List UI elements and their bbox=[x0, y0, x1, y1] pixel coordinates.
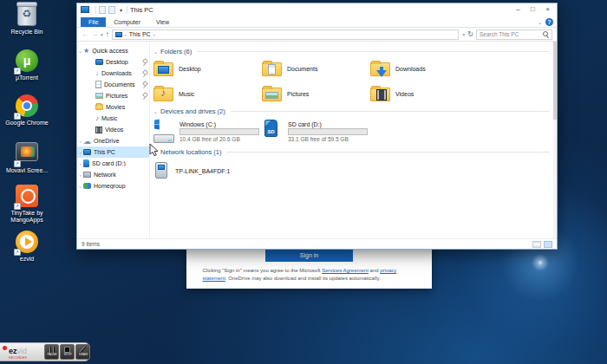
drive-name: Windows (C:) bbox=[179, 121, 259, 127]
pictures-folder-icon bbox=[262, 88, 282, 101]
sidebar-item-videos[interactable]: Videos bbox=[77, 124, 149, 135]
chevron-icon[interactable]: › bbox=[77, 150, 83, 155]
desktop-icon-utorrent[interactable]: µ↗ µTorrent bbox=[2, 49, 52, 81]
tab-view[interactable]: View bbox=[148, 17, 177, 27]
folder-icon bbox=[95, 104, 103, 110]
desktop-icon-tinytake[interactable]: ↗ TinyTake by MangoApps bbox=[2, 185, 52, 224]
recycle-bin-icon: ♻ bbox=[17, 3, 36, 26]
tile-label: Videos bbox=[395, 91, 414, 97]
tab-computer[interactable]: Computer bbox=[106, 17, 148, 27]
tab-file[interactable]: File bbox=[81, 17, 106, 27]
group-label: Folders (6) bbox=[160, 48, 192, 55]
help-icon[interactable]: ? bbox=[545, 18, 553, 26]
large-icons-view-icon[interactable] bbox=[544, 241, 552, 248]
sidebar-item-quick-access[interactable]: ⌄ ★ Quick access bbox=[77, 45, 149, 56]
drive-name: SD card (D:) bbox=[288, 121, 368, 127]
group-header-folders[interactable]: ⌄ Folders (6) bbox=[153, 48, 550, 55]
desktop-folder-icon bbox=[153, 62, 173, 76]
download-icon: ↓ bbox=[95, 70, 99, 77]
group-header-network[interactable]: ⌄ Network locations (1) bbox=[153, 148, 550, 156]
chevron-icon[interactable]: › bbox=[77, 161, 83, 166]
sidebar-item-music[interactable]: ♪ Music bbox=[77, 113, 149, 124]
customize-toolbar-chevron-icon[interactable]: ▾ bbox=[120, 7, 122, 13]
chevron-icon[interactable]: ⌄ bbox=[77, 48, 83, 54]
chevron-icon[interactable]: ⌄ bbox=[153, 49, 158, 55]
divider bbox=[95, 6, 96, 14]
documents-folder-icon bbox=[262, 62, 282, 76]
chevron-icon[interactable]: › bbox=[77, 139, 83, 144]
document-icon bbox=[95, 81, 101, 88]
breadcrumb[interactable]: This PC bbox=[129, 31, 151, 37]
refresh-icon[interactable]: ↻ bbox=[467, 31, 473, 38]
address-bar[interactable]: › This PC › bbox=[112, 29, 459, 40]
folder-tile-videos[interactable]: Videos bbox=[370, 83, 479, 105]
search-placeholder: Search This PC bbox=[480, 31, 543, 37]
chevron-icon[interactable]: ⌄ bbox=[153, 108, 158, 114]
details-view-icon[interactable] bbox=[532, 241, 541, 248]
folder-tile-desktop[interactable]: Desktop bbox=[153, 58, 262, 80]
expand-ribbon-chevron-icon[interactable]: ⌄ bbox=[538, 19, 542, 25]
new-folder-icon[interactable] bbox=[108, 6, 115, 14]
sidebar-item-desktop[interactable]: Desktop bbox=[77, 56, 149, 68]
forward-button[interactable]: → bbox=[91, 30, 98, 38]
sd-card-icon bbox=[83, 159, 89, 167]
chevron-icon[interactable]: › bbox=[77, 172, 83, 178]
minimize-button[interactable]: – bbox=[511, 4, 525, 15]
stop-button[interactable]: STOP bbox=[60, 344, 75, 360]
maximize-button[interactable]: □ bbox=[525, 4, 540, 15]
search-input[interactable]: Search This PC bbox=[476, 29, 552, 40]
address-dropdown-chevron-icon[interactable]: ▾ bbox=[463, 32, 466, 37]
sidebar-item-onedrive[interactable]: › ☁ OneDrive bbox=[77, 135, 149, 146]
desktop-icon-movavi[interactable]: ↗ Movavi Scree... bbox=[2, 140, 52, 174]
music-folder-icon: ♪ bbox=[153, 88, 173, 101]
ezvid-recorder-widget[interactable]: ezvid RECORDER PAUSE STOP DRAW bbox=[0, 342, 89, 361]
sidebar-item-sd-card[interactable]: › SD card (D:) bbox=[77, 158, 149, 169]
sidebar-item-documents[interactable]: Documents bbox=[77, 79, 149, 90]
items-count: 9 items bbox=[82, 241, 100, 247]
sidebar-item-this-pc[interactable]: › This PC bbox=[77, 146, 149, 158]
properties-icon[interactable] bbox=[99, 6, 106, 14]
folder-tile-music[interactable]: ♪ Music bbox=[153, 83, 262, 105]
close-button[interactable]: × bbox=[540, 4, 555, 15]
folder-tile-downloads[interactable]: Downloads bbox=[370, 58, 479, 80]
sidebar-item-network[interactable]: › Network bbox=[77, 169, 149, 180]
sidebar-item-pictures[interactable]: Pictures bbox=[77, 90, 149, 101]
back-button[interactable]: ← bbox=[82, 30, 88, 38]
sidebar-item-label: Downloads bbox=[101, 70, 141, 76]
sidebar-item-label: Music bbox=[101, 115, 147, 121]
desktop-icon-recycle-bin[interactable]: ♻ Recycle Bin bbox=[2, 3, 52, 36]
sd-card-icon: SD bbox=[262, 118, 284, 146]
sidebar-item-label: OneDrive bbox=[94, 138, 147, 144]
onedrive-agreement-text: Clicking "Sign in" means you agree to th… bbox=[203, 267, 416, 283]
draw-button[interactable]: DRAW bbox=[75, 344, 90, 360]
sidebar-item-movies[interactable]: Movies bbox=[77, 101, 149, 113]
sidebar-item-downloads[interactable]: ↓ Downloads bbox=[77, 68, 149, 79]
desktop-icon-label: Movavi Scree... bbox=[2, 167, 52, 174]
status-bar: 9 items bbox=[77, 238, 557, 249]
this-pc-icon bbox=[81, 6, 89, 13]
services-agreement-link[interactable]: Services Agreement bbox=[322, 268, 369, 273]
folder-tile-documents[interactable]: Documents bbox=[262, 58, 370, 80]
desktop-icon-ezvid[interactable]: ↗ ezvid bbox=[2, 231, 52, 263]
breadcrumb-separator: › bbox=[153, 32, 155, 37]
pause-button[interactable]: PAUSE bbox=[44, 344, 59, 360]
recent-locations-chevron-icon[interactable]: ▾ bbox=[101, 32, 103, 37]
chevron-icon[interactable]: › bbox=[77, 184, 83, 189]
desktop-icon-google-chrome[interactable]: ↗ Google Chrome bbox=[2, 94, 52, 127]
drive-tile-sd-card-d[interactable]: SD SD card (D:) 33.1 GB free of 59.5 GB bbox=[262, 118, 401, 146]
sidebar-item-homegroup[interactable]: › Homegroup bbox=[77, 180, 149, 192]
drive-tile-windows-c[interactable]: Windows (C:) 10.4 GB free of 20.6 GB bbox=[153, 118, 262, 146]
folder-tile-pictures[interactable]: Pictures bbox=[262, 83, 370, 105]
sign-in-button[interactable]: Sign in bbox=[265, 250, 353, 262]
shortcut-arrow-icon: ↗ bbox=[14, 68, 21, 75]
button-label: PAUSE bbox=[47, 353, 56, 355]
network-location-tile[interactable]: TP-LINK_BA4FDF:1 bbox=[153, 159, 550, 183]
title-bar[interactable]: ▾ This PC – □ × bbox=[77, 3, 557, 16]
group-header-devices[interactable]: ⌄ Devices and drives (2) bbox=[153, 107, 550, 115]
file-explorer-window: ▾ This PC – □ × File Computer View ⌄ ? ←… bbox=[76, 3, 558, 250]
search-icon bbox=[543, 31, 549, 37]
vertical-scrollbar[interactable] bbox=[553, 42, 557, 238]
file-list-pane: ⌄ Folders (6) Desktop Documents Download… bbox=[150, 42, 557, 238]
pause-icon bbox=[49, 346, 55, 353]
up-button[interactable]: ↑ bbox=[106, 30, 109, 38]
